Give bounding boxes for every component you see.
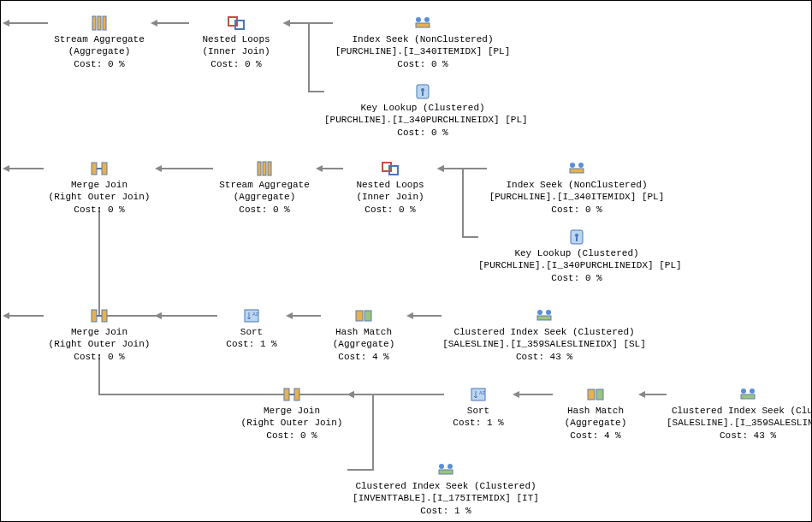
svg-marker-18 bbox=[347, 391, 354, 398]
svg-rect-60 bbox=[741, 394, 755, 399]
connections-layer bbox=[1, 1, 812, 522]
svg-marker-16 bbox=[638, 391, 645, 398]
svg-marker-11 bbox=[406, 312, 413, 319]
svg-point-58 bbox=[741, 389, 746, 394]
plan-node-n8[interactable]: Index Seek (NonClustered)[PURCHLINE].[I_… bbox=[487, 160, 667, 216]
node-label: (Right Outer Join) bbox=[236, 417, 347, 429]
node-label: Merge Join bbox=[44, 326, 155, 338]
node-label: [PURCHLINE].[I_340PURCHLINEIDX] [PL] bbox=[324, 114, 521, 126]
node-label: Stream Aggregate bbox=[48, 33, 151, 45]
svg-text:AZ: AZ bbox=[479, 390, 486, 396]
clustered-index-seek-icon bbox=[534, 307, 554, 324]
key-lookup-icon bbox=[412, 83, 433, 100]
node-label: Cost: 0 % bbox=[236, 430, 347, 442]
plan-node-n15[interactable]: AZSortCost: 1 % bbox=[444, 386, 513, 430]
plan-node-n2[interactable]: Nested Loops(Inner Join)Cost: 0 % bbox=[189, 15, 283, 70]
plan-node-n16[interactable]: Hash Match(Aggregate)Cost: 4 % bbox=[553, 386, 638, 442]
node-label: Key Lookup (Clustered) bbox=[478, 247, 675, 259]
plan-node-n4[interactable]: Key Lookup (Clustered)[PURCHLINE].[I_340… bbox=[324, 83, 521, 139]
svg-marker-13 bbox=[3, 312, 9, 319]
plan-node-n14[interactable]: Merge Join(Right Outer Join)Cost: 0 % bbox=[236, 386, 347, 442]
svg-marker-10 bbox=[286, 312, 293, 319]
node-label: Cost: 1 % bbox=[444, 417, 513, 429]
svg-point-50 bbox=[546, 310, 551, 315]
svg-rect-47 bbox=[356, 311, 363, 321]
plan-node-n12[interactable]: Hash Match(Aggregate)Cost: 4 % bbox=[321, 307, 406, 363]
node-label: Clustered Index Seek (Clustered) bbox=[347, 480, 544, 492]
node-label: Merge Join bbox=[236, 405, 347, 417]
plan-node-n9[interactable]: Key Lookup (Clustered)[PURCHLINE].[I_340… bbox=[478, 228, 675, 284]
svg-rect-32 bbox=[258, 162, 261, 175]
svg-point-62 bbox=[447, 464, 453, 469]
node-label: Sort bbox=[217, 326, 286, 338]
plan-node-n10[interactable]: Merge Join(Right Outer Join)Cost: 0 % bbox=[44, 307, 155, 363]
clustered-index-seek-icon bbox=[738, 386, 758, 403]
svg-point-24 bbox=[416, 17, 421, 22]
svg-marker-3 bbox=[3, 20, 9, 27]
svg-marker-15 bbox=[513, 391, 519, 398]
svg-rect-34 bbox=[268, 162, 271, 175]
svg-rect-39 bbox=[570, 169, 584, 173]
svg-rect-29 bbox=[422, 92, 424, 96]
svg-point-49 bbox=[537, 310, 542, 315]
node-label: Hash Match bbox=[553, 405, 638, 417]
merge-join-icon bbox=[89, 307, 110, 324]
node-label: (Aggregate) bbox=[48, 45, 151, 57]
node-label: [PURCHLINE].[I_340ITEMIDX] [PL] bbox=[333, 45, 513, 57]
node-label: [INVENTTABLE].[I_175ITEMIDX] [IT] bbox=[347, 492, 544, 504]
plan-node-n11[interactable]: AZSortCost: 1 % bbox=[217, 307, 286, 351]
svg-marker-7 bbox=[437, 165, 444, 172]
plan-node-n18[interactable]: Clustered Index Seek (Clustered)[INVENTT… bbox=[347, 461, 544, 517]
svg-rect-42 bbox=[576, 237, 578, 241]
merge-join-icon bbox=[282, 386, 302, 403]
svg-rect-20 bbox=[98, 16, 101, 30]
svg-rect-63 bbox=[439, 470, 453, 474]
node-label: (Aggregate) bbox=[321, 338, 406, 350]
node-label: Nested Loops bbox=[343, 179, 437, 191]
query-plan-canvas: Stream Aggregate(Aggregate)Cost: 0 %Nest… bbox=[0, 0, 812, 522]
svg-rect-51 bbox=[537, 316, 551, 320]
plan-node-n13[interactable]: Clustered Index Seek (Clustered)[SALESLI… bbox=[442, 307, 647, 363]
node-label: (Inner Join) bbox=[343, 191, 437, 203]
node-label: Nested Loops bbox=[189, 33, 283, 45]
node-label: Index Seek (NonClustered) bbox=[333, 33, 513, 45]
svg-marker-17 bbox=[347, 391, 354, 398]
node-label: Cost: 4 % bbox=[321, 351, 406, 363]
node-label: Stream Aggregate bbox=[213, 179, 316, 191]
node-label: (Aggregate) bbox=[213, 191, 316, 203]
plan-node-n7[interactable]: Nested Loops(Inner Join)Cost: 0 % bbox=[343, 160, 437, 216]
svg-marker-14 bbox=[347, 391, 354, 398]
svg-point-61 bbox=[439, 464, 444, 469]
sort-icon: AZ bbox=[241, 307, 262, 324]
plan-node-n1[interactable]: Stream Aggregate(Aggregate)Cost: 0 % bbox=[48, 15, 151, 70]
svg-rect-52 bbox=[284, 389, 289, 400]
node-label: (Right Outer Join) bbox=[44, 191, 155, 203]
svg-rect-26 bbox=[416, 23, 430, 27]
node-label: Cost: 0 % bbox=[213, 204, 316, 216]
plan-node-n5[interactable]: Merge Join(Right Outer Join)Cost: 0 % bbox=[44, 160, 155, 216]
plan-node-n17[interactable]: Clustered Index Seek (Clust[SALESLINE].[… bbox=[667, 386, 812, 442]
svg-marker-9 bbox=[155, 312, 162, 319]
node-label: Cost: 0 % bbox=[44, 351, 155, 363]
node-label: Merge Join bbox=[44, 179, 155, 191]
node-label: Cost: 0 % bbox=[333, 58, 513, 70]
node-label: Key Lookup (Clustered) bbox=[324, 102, 521, 114]
svg-marker-6 bbox=[437, 165, 444, 172]
svg-rect-44 bbox=[102, 310, 107, 322]
svg-rect-19 bbox=[92, 16, 96, 30]
nested-loops-icon bbox=[380, 160, 400, 177]
svg-point-59 bbox=[750, 389, 755, 394]
node-label: Cost: 0 % bbox=[48, 58, 151, 70]
svg-rect-31 bbox=[102, 163, 107, 175]
plan-node-n3[interactable]: Index Seek (NonClustered)[PURCHLINE].[I_… bbox=[333, 15, 513, 70]
node-label: Clustered Index Seek (Clust bbox=[667, 405, 812, 417]
svg-rect-43 bbox=[92, 310, 97, 322]
node-label: [SALESLINE].[I_359SALESLINEIDX] [SL] bbox=[442, 338, 647, 350]
node-label: Cost: 43 % bbox=[442, 351, 647, 363]
node-label: Sort bbox=[444, 405, 513, 417]
node-label: (Aggregate) bbox=[553, 417, 638, 429]
node-label: Clustered Index Seek (Clustered) bbox=[442, 326, 647, 338]
svg-rect-21 bbox=[103, 16, 106, 30]
node-label: [SALESLINE].[I_359SALESLINEID bbox=[667, 417, 812, 429]
plan-node-n6[interactable]: Stream Aggregate(Aggregate)Cost: 0 % bbox=[213, 160, 316, 216]
